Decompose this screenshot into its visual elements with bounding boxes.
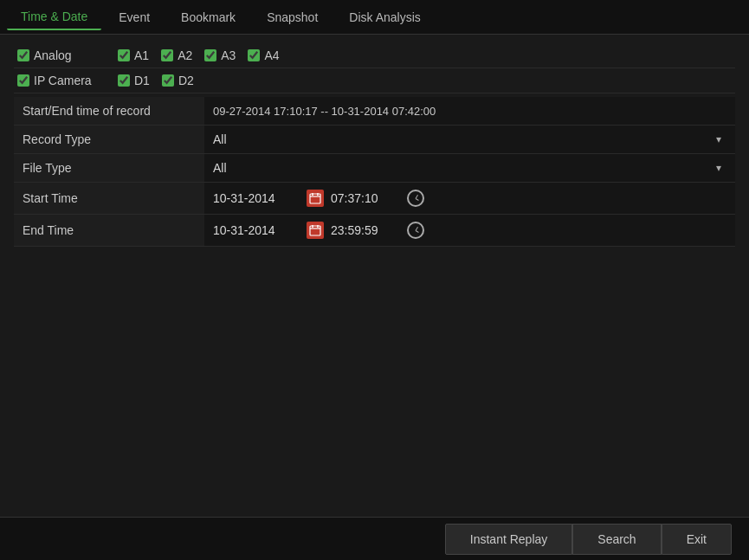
main-content: Analog A1 A2 A3 A4 IP Camera	[0, 35, 749, 255]
search-button[interactable]: Search	[572, 524, 661, 555]
record-range-label: Start/End time of record	[14, 97, 204, 126]
analog-camera-row: Analog A1 A2 A3 A4	[14, 43, 735, 68]
analog-checkbox[interactable]	[17, 49, 29, 61]
ip-channels: D1 D2	[118, 74, 194, 87]
start-time-row: Start Time 10-31-2014 07:37:10	[14, 183, 735, 215]
record-range-row: Start/End time of record 09-27-2014 17:1…	[14, 97, 735, 126]
bottom-bar: Instant Replay Search Exit	[0, 517, 749, 560]
analog-channels: A1 A2 A3 A4	[118, 48, 280, 62]
a4-checkbox[interactable]	[248, 49, 260, 61]
a1-checkbox[interactable]	[118, 49, 130, 61]
end-time-clock-icon[interactable]	[407, 222, 424, 239]
end-date-calendar-icon[interactable]	[307, 222, 324, 239]
channel-d1[interactable]: D1	[118, 74, 150, 87]
start-date-cell: 10-31-2014 07:37:10	[204, 183, 735, 215]
nav-event[interactable]: Event	[105, 5, 164, 29]
analog-text: Analog	[34, 48, 72, 62]
start-date-value: 10-31-2014	[213, 191, 300, 205]
d1-checkbox[interactable]	[118, 74, 130, 87]
end-date-cell: 10-31-2014 23:59:59	[204, 215, 735, 247]
ip-label[interactable]: IP Camera	[17, 74, 104, 87]
channel-a4[interactable]: A4	[248, 48, 279, 62]
end-date-value: 10-31-2014	[213, 223, 300, 237]
d2-checkbox[interactable]	[162, 74, 174, 87]
nav-bookmark[interactable]: Bookmark	[167, 5, 249, 29]
record-type-dropdown[interactable]: All ▾	[204, 126, 735, 154]
instant-replay-button[interactable]: Instant Replay	[445, 524, 573, 555]
ip-camera-row: IP Camera D1 D2	[14, 68, 735, 93]
nav-disk-analysis[interactable]: Disk Analysis	[335, 5, 434, 29]
start-time-label: Start Time	[14, 183, 204, 215]
start-date-calendar-icon[interactable]	[307, 190, 324, 207]
record-type-arrow: ▾	[716, 133, 726, 145]
record-range-value: 09-27-2014 17:10:17 -- 10-31-2014 07:42:…	[204, 97, 735, 126]
svg-rect-0	[310, 194, 320, 203]
channel-a2[interactable]: A2	[161, 48, 192, 62]
nav-snapshot[interactable]: Snapshot	[253, 5, 332, 29]
a3-checkbox[interactable]	[204, 49, 216, 61]
file-type-row: File Type All ▾	[14, 154, 735, 183]
record-type-label: Record Type	[14, 126, 204, 154]
svg-rect-4	[310, 226, 320, 235]
end-time-label: End Time	[14, 215, 204, 247]
file-type-dropdown[interactable]: All ▾	[204, 154, 735, 183]
channel-a1[interactable]: A1	[118, 48, 149, 62]
form-table: Start/End time of record 09-27-2014 17:1…	[14, 97, 735, 247]
record-type-row: Record Type All ▾	[14, 126, 735, 154]
file-type-label: File Type	[14, 154, 204, 183]
end-time-value: 23:59:59	[331, 223, 400, 237]
analog-label[interactable]: Analog	[17, 48, 104, 62]
top-navigation: Time & Date Event Bookmark Snapshot Disk…	[0, 0, 749, 35]
ip-checkbox[interactable]	[17, 74, 29, 87]
a2-checkbox[interactable]	[161, 49, 173, 61]
file-type-arrow: ▾	[716, 162, 726, 174]
start-time-clock-icon[interactable]	[407, 190, 424, 207]
start-time-value: 07:37:10	[331, 191, 400, 205]
channel-d2[interactable]: D2	[162, 74, 194, 87]
channel-a3[interactable]: A3	[204, 48, 236, 62]
ip-text: IP Camera	[34, 74, 92, 87]
exit-button[interactable]: Exit	[662, 524, 732, 555]
end-time-row: End Time 10-31-2014 23:59:59	[14, 215, 735, 247]
nav-time-date[interactable]: Time & Date	[7, 4, 101, 30]
